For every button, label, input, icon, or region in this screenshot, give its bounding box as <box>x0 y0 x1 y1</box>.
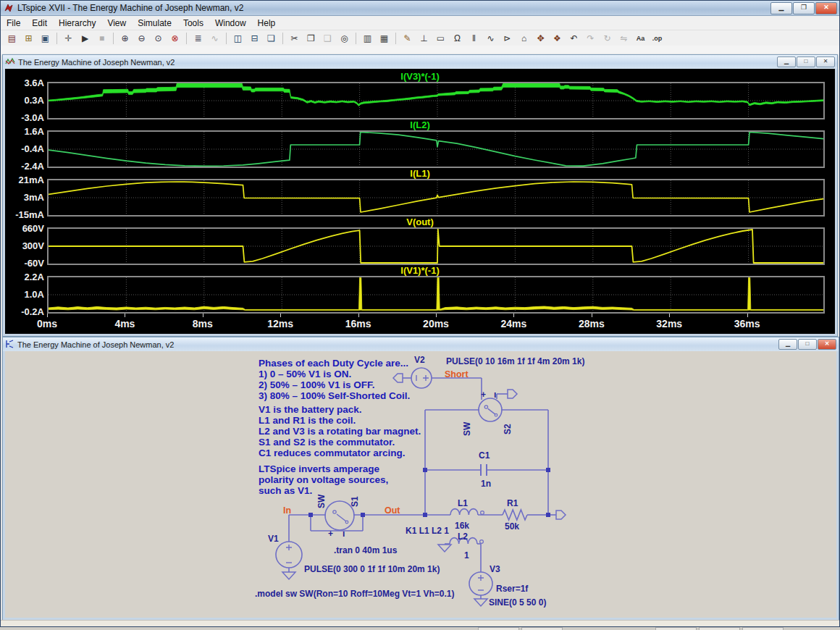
x-axis-label: 36ms <box>734 318 760 329</box>
waveform-maximize-button[interactable]: □ <box>797 56 815 67</box>
plot-box[interactable]: 660V300V-60V <box>47 227 825 265</box>
x-axis-tick <box>513 314 514 317</box>
control-panel-button[interactable]: ✛ <box>61 31 76 46</box>
tile-horizontal-button[interactable]: ⊟ <box>247 31 262 46</box>
copy-button[interactable]: ❐ <box>303 31 319 46</box>
menu-tools[interactable]: Tools <box>177 17 209 29</box>
resistor-R1[interactable] <box>503 510 527 520</box>
schematic-minimize-button[interactable]: ▁ <box>778 339 797 350</box>
draw-wire-button[interactable]: ✎ <box>400 31 415 46</box>
x-axis-tick <box>280 314 281 317</box>
voltage-source-V2[interactable] <box>411 368 432 388</box>
minimize-button[interactable]: ▁ <box>770 2 792 14</box>
port-arrow[interactable] <box>556 511 566 519</box>
zoom-in-button[interactable]: ⊕ <box>117 31 133 46</box>
switch-S2[interactable] <box>479 398 502 421</box>
port-arrow[interactable] <box>393 374 403 382</box>
window-title: LTspice XVII - The Energy Machine of Jos… <box>17 3 770 13</box>
menu-edit[interactable]: Edit <box>26 17 53 29</box>
plot-box[interactable]: 21mA3mA-15mA <box>47 179 825 217</box>
titlebar[interactable]: LTspice XVII - The Energy Machine of Jos… <box>1 1 839 16</box>
capacitor-button[interactable]: ‖ <box>466 31 482 46</box>
toolbar-separator <box>226 33 227 44</box>
component-button[interactable]: ⌂ <box>516 31 532 46</box>
menu-simulate[interactable]: Simulate <box>132 17 177 29</box>
spice-directive-button[interactable]: .op <box>650 31 665 46</box>
rotate-button: ↻ <box>600 31 615 46</box>
schematic-canvas[interactable]: Phases of each Duty Cycle are...1) 0 – 5… <box>5 351 836 618</box>
ground-symbol[interactable] <box>438 545 451 552</box>
waveform-close-button[interactable]: ✕ <box>816 56 835 67</box>
zoom-out-button[interactable]: ⊙ <box>151 31 166 46</box>
resistor-button[interactable]: Ω <box>450 31 465 46</box>
spice-netlist-button[interactable]: ≣ <box>190 31 206 46</box>
close-button[interactable]: ✕ <box>815 2 837 14</box>
x-axis-tick <box>203 314 203 317</box>
x-axis-label: 0ms <box>37 318 57 329</box>
save-button[interactable]: ▣ <box>38 31 53 46</box>
trace-label[interactable]: I(V1)*(-1) <box>5 265 835 276</box>
menu-window[interactable]: Window <box>209 17 252 29</box>
print-button[interactable]: ▦ <box>377 31 392 46</box>
waveform-plot-area[interactable]: I(V3)*(-1)3.6A0.3A-3.0AI(L2)1.6A-0.4A-2.… <box>5 69 835 334</box>
component-label: + <box>481 390 486 400</box>
find-button[interactable]: ◎ <box>337 31 352 46</box>
component-label: V3 <box>490 564 500 574</box>
new-schematic-button[interactable]: ▤ <box>4 31 20 46</box>
tile-vertical-button[interactable]: ◫ <box>230 31 245 46</box>
open-file-button[interactable]: ⊞ <box>21 31 36 46</box>
schematic-close-button[interactable]: ✕ <box>818 339 836 350</box>
ground-button[interactable]: ⊥ <box>416 31 432 46</box>
plot-pane-5: I(V1)*(-1)2.2A1.0A-0.2A <box>5 265 835 314</box>
zoom-back-button[interactable]: ⊖ <box>134 31 149 46</box>
menu-file[interactable]: File <box>1 17 26 29</box>
restore-button[interactable]: ❐ <box>793 2 815 14</box>
voltage-source-V3[interactable] <box>469 572 492 595</box>
y-axis-label: -0.4A <box>21 143 44 154</box>
ground-symbol[interactable] <box>282 572 295 579</box>
inductor-L1[interactable] <box>450 509 484 515</box>
text-button[interactable]: Aa <box>633 31 648 46</box>
schematic-window-titlebar[interactable]: The Energy Machine of Joseph Newman, v2 … <box>3 337 839 351</box>
print-preview-button[interactable]: ▥ <box>360 31 375 46</box>
net-label-button[interactable]: ▭ <box>433 31 448 46</box>
menu-view[interactable]: View <box>101 17 132 29</box>
ground-symbol[interactable] <box>474 599 487 606</box>
plot-box[interactable]: 3.6A0.3A-3.0A <box>47 82 825 119</box>
waveform-window-titlebar[interactable]: The Energy Machine of Joseph Newman, v2 … <box>3 55 837 69</box>
drag-button[interactable]: ❖ <box>550 31 565 46</box>
cut-button[interactable]: ✂ <box>287 31 302 46</box>
y-axis-label: 2.2A <box>25 272 44 282</box>
schematic-maximize-button[interactable]: □ <box>798 339 817 350</box>
x-axis-label: 8ms <box>193 318 213 329</box>
component-label: SW <box>316 494 327 508</box>
trace-label[interactable]: I(L2) <box>5 119 835 130</box>
x-axis-tick <box>358 314 359 317</box>
capacitor-C1[interactable] <box>481 464 487 476</box>
move-button[interactable]: ✥ <box>533 31 548 46</box>
menu-hierarchy[interactable]: Hierarchy <box>53 17 101 29</box>
port-arrow[interactable] <box>508 390 517 398</box>
undo-button[interactable]: ↶ <box>566 31 581 46</box>
y-axis-label: -0.2A <box>21 306 44 317</box>
inductor-button[interactable]: ∿ <box>483 31 498 46</box>
menu-help[interactable]: Help <box>252 17 282 29</box>
taskbar[interactable] <box>0 627 840 630</box>
trace-label[interactable]: I(V3)*(-1) <box>5 71 835 82</box>
run-simulation-button[interactable]: ▶ <box>77 31 93 46</box>
toolbar-separator <box>282 33 283 44</box>
cascade-windows-button[interactable]: ❏ <box>264 31 279 46</box>
voltage-source-V1[interactable] <box>276 542 302 568</box>
plot-pane-3: I(L1)21mA3mA-15mA <box>5 168 835 217</box>
trace-label[interactable]: I(L1) <box>5 168 835 179</box>
trace-label[interactable]: V(out) <box>5 217 835 227</box>
diode-button[interactable]: ⊳ <box>500 31 515 46</box>
zoom-full-extents-button[interactable]: ⊗ <box>167 31 182 46</box>
plot-box[interactable]: 2.2A1.0A-0.2A <box>47 276 825 314</box>
plot-box[interactable]: 1.6A-0.4A-2.4A <box>47 130 825 168</box>
annotation-text: polarity on voltage sources, <box>259 474 388 485</box>
x-axis-label: 28ms <box>579 318 605 329</box>
junction <box>423 513 427 517</box>
waveform-minimize-button[interactable]: ▁ <box>777 56 796 67</box>
component-label: ı <box>494 390 496 400</box>
